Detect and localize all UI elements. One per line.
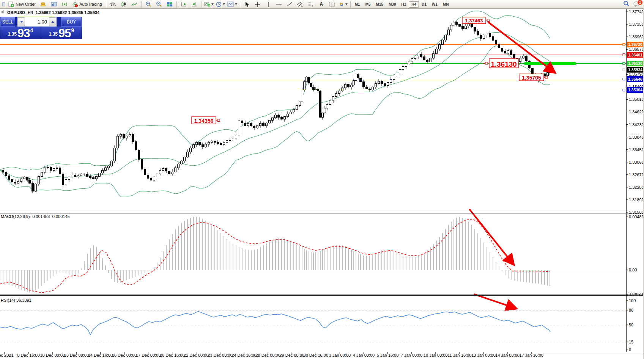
sell-price[interactable]: 1.35 93 4 <box>0 27 41 39</box>
period-clock-icon[interactable] <box>215 0 226 8</box>
svg-text:14 Jan 08:00: 14 Jan 08:00 <box>495 353 520 357</box>
timeframe-h4[interactable]: H4 <box>409 1 419 8</box>
crosshair-icon[interactable] <box>252 0 263 8</box>
dropdown-caret <box>345 3 348 5</box>
svg-text:1.35934: 1.35934 <box>628 67 642 72</box>
vertical-line-tool-icon[interactable] <box>263 0 274 8</box>
toolbar-group-main: New Order AutoTrading <box>1 0 104 8</box>
svg-text:1.34230: 1.34230 <box>629 122 644 127</box>
trade-panel-prices: 1.35 93 4 1.35 95 9 <box>0 27 82 39</box>
line-chart-icon[interactable] <box>129 0 140 8</box>
timeframe-m30[interactable]: M30 <box>386 1 398 8</box>
fibonacci-tool-icon[interactable]: F <box>305 0 316 8</box>
symbol-name: GBPUSD-,H4 <box>7 10 33 15</box>
autotrading-label: AutoTrading <box>79 2 102 6</box>
svg-text:1.32280: 1.32280 <box>629 185 644 190</box>
auto-scroll-icon[interactable] <box>189 0 200 8</box>
new-order-icon <box>8 2 14 7</box>
buy-button[interactable]: BUY <box>61 17 82 27</box>
timeframe-h1[interactable]: H1 <box>398 1 409 8</box>
svg-text:MACD(12,26,9) -0.001483 -0.000: MACD(12,26,9) -0.001483 -0.000145 <box>1 214 70 219</box>
chart-shift-icon[interactable] <box>178 0 189 8</box>
svg-text:1.36570: 1.36570 <box>629 47 644 52</box>
arrows-tool-icon[interactable] <box>337 0 349 8</box>
svg-text:1.35304: 1.35304 <box>628 88 642 92</box>
symbol-icon <box>2 10 5 15</box>
toolbar-group-drawing: E F A T <box>242 0 349 8</box>
text-tool-icon[interactable]: A <box>316 0 327 8</box>
svg-text:1.37350: 1.37350 <box>629 22 644 27</box>
toolbar-separator <box>176 1 177 8</box>
toolbar: New Order AutoTrading <box>0 0 644 9</box>
svg-text:1.33450: 1.33450 <box>629 147 644 152</box>
resistance-thick-bar[interactable] <box>524 62 576 65</box>
svg-text:8 Dec 16:00: 8 Dec 16:00 <box>17 353 39 357</box>
zoom-out-icon[interactable] <box>154 0 164 8</box>
volume-decrease-button[interactable] <box>18 17 25 26</box>
tile-windows-icon[interactable] <box>164 0 175 8</box>
svg-text:1.36960: 1.36960 <box>629 34 644 39</box>
toolbar-separator <box>240 1 240 8</box>
mt4-window: 1.374631.361301.357051.34356MACD(12,26,9… <box>0 0 644 359</box>
new-order-button[interactable]: New Order <box>6 1 38 8</box>
svg-text:1.36401: 1.36401 <box>628 53 642 57</box>
svg-text:1.32670: 1.32670 <box>629 172 644 177</box>
buy-price[interactable]: 1.35 95 9 <box>41 27 82 39</box>
svg-text:1.35646: 1.35646 <box>628 77 642 82</box>
timeframe-m15[interactable]: M15 <box>373 1 386 8</box>
bar-chart-icon[interactable] <box>108 0 118 8</box>
search-icon[interactable] <box>623 0 630 8</box>
market-watch-icon[interactable] <box>49 0 59 8</box>
chart-canvas[interactable]: 1.374631.361301.357051.34356MACD(12,26,9… <box>0 0 644 359</box>
svg-text:Dec 2021: Dec 2021 <box>0 353 14 357</box>
timeframe-m1[interactable]: M1 <box>352 1 363 8</box>
timeframe-group: M1M5M15M30H1H4D1W1MN <box>352 0 452 8</box>
buy-price-big: 95 <box>58 28 71 38</box>
chart-window-icon[interactable] <box>1 0 6 8</box>
price-axis: 1.377401.373501.369601.365701.357901.354… <box>626 9 644 352</box>
autotrading-button[interactable]: AutoTrading <box>70 1 104 8</box>
template-icon[interactable] <box>226 0 238 8</box>
add-indicator-icon[interactable] <box>203 0 215 8</box>
svg-text:22 Dec 00:00: 22 Dec 00:00 <box>184 353 208 357</box>
chart-title-bar: GBPUSD-,H4 1.35962 1.35982 1.35835 1.359… <box>2 10 99 15</box>
trendline-tool-icon[interactable] <box>284 0 295 8</box>
candlestick-chart-icon[interactable] <box>118 0 129 8</box>
one-click-trading-panel: SELL BUY 1.35 93 4 1.35 95 9 <box>0 17 82 39</box>
sell-price-sup: 4 <box>30 27 33 33</box>
timeframe-mn[interactable]: MN <box>440 1 452 8</box>
svg-text:15: 15 <box>629 340 633 344</box>
equidistant-channel-tool-icon[interactable]: E <box>295 0 305 8</box>
svg-text:13 Jan 00:00: 13 Jan 00:00 <box>471 353 496 357</box>
deposit-gold-icon[interactable] <box>38 0 49 8</box>
timeframe-m5[interactable]: M5 <box>363 1 373 8</box>
svg-text:1.35790: 1.35790 <box>629 72 644 77</box>
svg-text:7 Jan 00:00: 7 Jan 00:00 <box>401 353 423 357</box>
label-tool-icon[interactable]: T <box>327 0 337 8</box>
sell-button[interactable]: SELL <box>0 17 15 27</box>
notifications-button[interactable]: 1 <box>633 1 640 7</box>
signals-icon[interactable] <box>59 0 70 8</box>
svg-text:1.37740: 1.37740 <box>629 9 644 14</box>
symbol-quotes: 1.35962 1.35982 1.35835 1.35934 <box>36 10 99 15</box>
svg-text:80: 80 <box>629 308 633 312</box>
svg-text:-0.002382: -0.002382 <box>629 292 644 296</box>
svg-text:T: T <box>331 2 333 6</box>
svg-text:29 Dec 08:00: 29 Dec 08:00 <box>279 353 304 357</box>
timeframe-d1[interactable]: D1 <box>419 1 429 8</box>
svg-text:10 Jan 08:00: 10 Jan 08:00 <box>424 353 448 357</box>
timeframe-w1[interactable]: W1 <box>429 1 440 8</box>
svg-text:E: E <box>301 5 303 7</box>
volume-input[interactable] <box>25 17 49 26</box>
svg-text:23 Dec 08:00: 23 Dec 08:00 <box>208 353 232 357</box>
zoom-in-icon[interactable] <box>143 0 154 8</box>
horizontal-line-tool-icon[interactable] <box>274 0 284 8</box>
volume-increase-button[interactable] <box>49 17 56 26</box>
svg-text:1.33060: 1.33060 <box>629 160 644 165</box>
sell-price-big: 93 <box>17 28 30 38</box>
buy-price-sup: 9 <box>71 27 74 33</box>
svg-text:1.31890: 1.31890 <box>629 198 644 202</box>
time-axis: Dec 20218 Dec 16:0010 Dec 00:0013 Dec 08… <box>0 352 543 357</box>
svg-text:5 Jan 16:00: 5 Jan 16:00 <box>377 353 399 357</box>
cursor-icon[interactable] <box>242 0 252 8</box>
